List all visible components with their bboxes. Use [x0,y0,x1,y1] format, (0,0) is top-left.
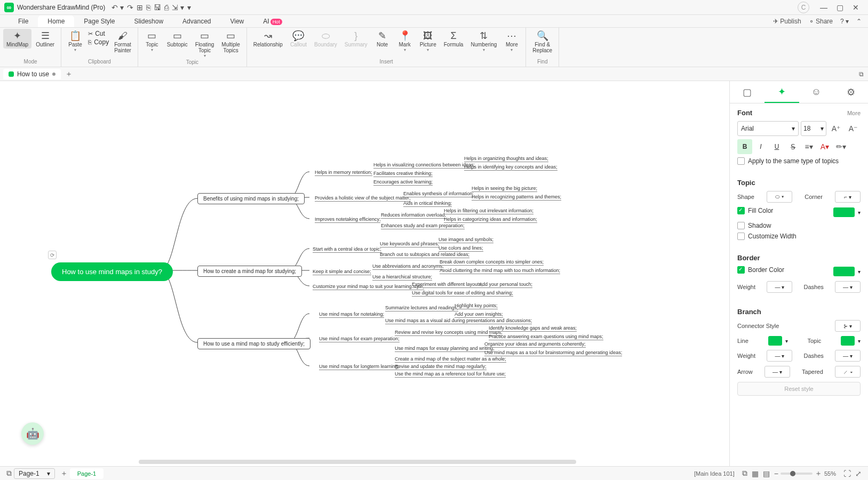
save-button[interactable]: 🖫 [154,3,161,12]
leaf[interactable]: Helps in organizing thoughts and ideas; [464,156,548,162]
leaf[interactable]: Use digital tools for ease of editing an… [412,290,513,297]
toggle-panel[interactable]: ⧉ [859,70,868,78]
fit-view[interactable]: ⛶ [843,469,851,478]
user-avatar[interactable]: C [798,2,809,13]
fullscreen[interactable]: ⤢ [855,469,862,478]
zoom-in[interactable]: ＋ [815,469,822,478]
floating-topic[interactable]: ▭Floating Topic▾ [192,29,218,59]
line-color[interactable] [768,336,782,346]
view-mode-2[interactable]: ▦ [752,469,759,478]
reset-style[interactable]: Reset style [737,382,861,396]
leaf[interactable]: Start with a central idea or topic; [313,246,381,253]
copy-button[interactable]: ⎘ Copy [88,38,109,46]
branch-create[interactable]: How to create a mind map for studying; [197,266,302,277]
connector-select[interactable]: ⊱ ▾ [835,320,861,332]
multiple-topics[interactable]: ▭Multiple Topics [218,29,243,54]
picture-button[interactable]: 🖼Picture▾ [417,29,440,53]
branch-weight[interactable]: — ▾ [767,350,792,362]
arrow-select[interactable]: — ▾ [765,366,790,378]
branch-efficient[interactable]: How to use a mind map to study efficient… [197,338,310,349]
leaf[interactable]: Use colors and lines; [439,245,483,252]
canvas[interactable]: ⟳ How to use mind maps in study? Benefit… [0,81,729,466]
ai-fab[interactable]: 🤖 [21,422,44,445]
leaf[interactable]: Avoid cluttering the mind map with too m… [440,268,560,274]
font-family-select[interactable]: Arial▾ [737,121,799,136]
shape-select[interactable]: ⬭ ▾ [767,191,792,203]
leaf[interactable]: Use mind maps as a visual aid during pre… [385,318,532,324]
leaf[interactable]: Use mind maps for longterm learning; [319,364,399,370]
leaf[interactable]: Improves notetaking efficiency; [315,217,380,223]
leaf[interactable]: Use the mind map as a reference tool for… [395,371,506,378]
fill-color-drop[interactable]: ▾ [858,210,861,215]
leaf[interactable]: Use abbreviations and acronyms; [372,263,444,270]
side-tab-icon[interactable]: ☺ [799,81,834,103]
border-color-swatch[interactable] [833,267,855,276]
summary-button[interactable]: }Summary [341,29,371,49]
border-dashes[interactable]: — ▾ [835,281,861,293]
leaf[interactable]: Review and revise key concepts using min… [395,330,503,336]
callout-button[interactable]: 💬Callout [287,29,310,49]
numbering-button[interactable]: ⇅Numbering▾ [467,29,500,53]
relationship-button[interactable]: ↝Relationship [250,29,286,49]
font-more[interactable]: More [847,110,861,116]
outliner-mode[interactable]: ☰Outliner [33,29,58,49]
tapered-select[interactable]: ⟋ ▾ [835,366,861,378]
menu-file[interactable]: File [9,15,38,27]
leaf[interactable]: Helps in identifying key concepts and id… [464,164,558,171]
font-larger[interactable]: A⁺ [829,121,843,136]
leaf[interactable]: Organize your ideas and arguments cohere… [484,341,586,348]
format-painter[interactable]: 🖌Format Painter [111,29,134,54]
leaf[interactable]: Highlight key points; [455,303,498,309]
leaf[interactable]: Encourages active learning; [373,179,433,186]
leaf[interactable]: Customize your mind map to suit your lea… [313,284,424,290]
leaf[interactable]: Use images and symbols; [439,237,493,243]
topic-drop[interactable]: ▾ [858,338,861,344]
leaf[interactable]: Helps in memory retention; [315,170,372,176]
menu-slideshow[interactable]: Slideshow [124,15,173,27]
fillcolor-checkbox[interactable]: Fill Color [737,207,773,214]
leaf[interactable]: Provides a holistic view of the subject … [315,195,411,202]
add-tab[interactable]: ＋ [65,69,73,79]
leaf[interactable]: Use a hierarchical structure; [372,274,432,281]
collapse-ribbon[interactable]: ⌃ [856,18,862,25]
mark-button[interactable]: 📍Mark▾ [394,29,416,53]
leaf[interactable]: Break down complex concepts into simpler… [440,259,544,266]
new-button[interactable]: ⊞ [137,3,143,12]
bold-button[interactable]: B [737,139,752,154]
subtopic-button[interactable]: ▭Subtopic [164,29,191,49]
menu-ai[interactable]: AIHot [253,15,291,27]
close-button[interactable]: ✕ [848,3,864,12]
leaf[interactable]: Create a mind map of the subject matter … [395,356,506,363]
leaf[interactable]: Use mind maps for essay planning and wri… [395,346,495,352]
leaf[interactable]: Enhances study and exam preparation; [381,223,465,229]
customwidth-checkbox[interactable]: Customize Width [737,233,861,240]
minimize-button[interactable]: ― [816,3,832,12]
border-weight[interactable]: — ▾ [767,281,792,293]
note-button[interactable]: ✎Note [372,29,393,49]
image-handle[interactable]: ⟳ [48,251,57,259]
align-button[interactable]: ≡▾ [801,139,816,154]
leaf[interactable]: Use keywords and phrases; [380,241,439,247]
italic-button[interactable]: I [753,139,768,154]
boundary-button[interactable]: ⬭Boundary [311,29,340,49]
zoom-out[interactable]: − [774,469,778,478]
leaf[interactable]: Facilitates creative thinking; [373,171,433,177]
highlight-color[interactable]: ✏▾ [833,139,848,154]
underline-button[interactable]: U [769,139,784,154]
undo-button[interactable]: ↶ ▾ [112,3,124,12]
branch-dashes[interactable]: — ▾ [835,350,861,362]
page-dropdown[interactable]: Page-1▾ [14,468,55,479]
page-tab-1[interactable]: Page-1 [70,468,103,479]
zoom-slider[interactable] [781,473,813,475]
leaf[interactable]: Add your personal touch; [479,282,532,288]
leaf[interactable]: Helps in categorizing ideas and informat… [444,217,537,223]
leaf[interactable]: Enables synthesis of information; [403,191,474,197]
leaf[interactable]: Branch out to subtopics and related idea… [380,252,469,258]
view-mode-1[interactable]: ⧉ [742,469,747,478]
leaf[interactable]: Use mind maps for exam preparation; [319,336,400,342]
formula-button[interactable]: ΣFormula [441,29,467,49]
redo-button[interactable]: ↷ [127,3,133,12]
paste-button[interactable]: 📋Paste▾ [65,29,86,53]
help-button[interactable]: ? ▾ [840,18,849,25]
add-page[interactable]: ＋ [60,469,68,478]
